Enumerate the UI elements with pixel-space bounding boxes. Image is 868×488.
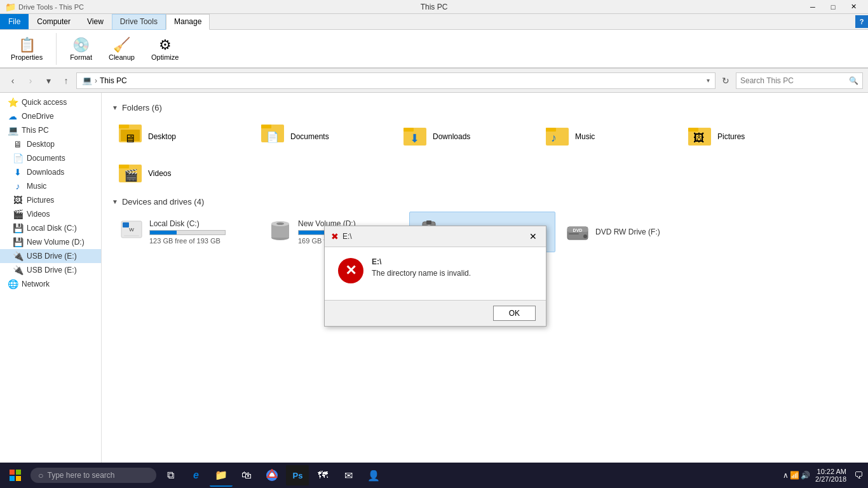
svg-text:✕: ✕ (345, 262, 356, 278)
dialog-title-bar: ✖ E:\ ✕ (325, 226, 546, 247)
dialog-error-path: E:\ (372, 257, 471, 266)
error-dialog: ✖ E:\ ✕ ✕ E:\ The directory name is inva… (324, 226, 546, 327)
dialog-title-label: E:\ (342, 232, 352, 241)
dialog-error-icon: ✕ (337, 257, 364, 290)
dialog-overlay: ✖ E:\ ✕ ✕ E:\ The directory name is inva… (0, 0, 868, 488)
dialog-error-title-icon: ✖ (331, 231, 339, 241)
dialog-title-text: ✖ E:\ (331, 231, 352, 241)
dialog-close-button[interactable]: ✕ (527, 230, 539, 243)
dialog-error-text: The directory name is invalid. (372, 269, 471, 278)
dialog-message: E:\ The directory name is invalid. (372, 257, 471, 278)
dialog-footer: OK (325, 300, 546, 326)
dialog-body: ✕ E:\ The directory name is invalid. (325, 247, 546, 300)
dialog-ok-button[interactable]: OK (493, 306, 536, 321)
